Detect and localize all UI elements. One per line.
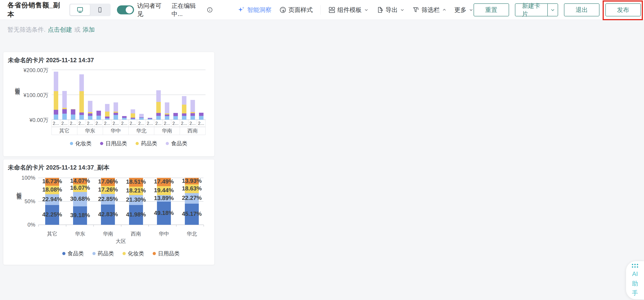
chart-card-2[interactable]: 未命名的卡片 2025-11-12 14:37_副本 100%50%0%销售金额… (3, 159, 214, 265)
legend-item-食品类[interactable]: 食品类 (62, 250, 84, 257)
bar-segment-日用品类[interactable] (139, 117, 144, 118)
bar-segment-化妆类[interactable] (182, 116, 186, 120)
bar-segment-日用品类[interactable] (80, 113, 84, 115)
bar-segment-日用品类[interactable] (173, 113, 178, 116)
bar-segment-药品类[interactable] (156, 102, 161, 113)
bar-segment-日用品类[interactable] (71, 109, 75, 114)
filter-bar-button[interactable]: 筛选栏 (412, 6, 447, 14)
new-card-button[interactable]: 新建卡片 (516, 4, 548, 16)
bar-segment-日用品类[interactable] (54, 110, 58, 115)
legend-item-日用品类[interactable]: 日用品类 (100, 140, 127, 147)
bar-segment-药品类[interactable] (71, 109, 75, 109)
bar-segment-药品类[interactable] (165, 113, 169, 114)
bar-segment-化妆类[interactable] (114, 115, 118, 120)
gridline (52, 70, 206, 70)
bar-segment-药品类[interactable] (190, 112, 195, 113)
bar-segment-化妆类[interactable] (156, 116, 161, 120)
legend-item-化妆类[interactable]: 化妆类 (122, 250, 144, 257)
more-label: 更多 (454, 6, 466, 14)
gridline (52, 95, 206, 95)
x-axis-label: 西南 (122, 230, 150, 237)
bar-segment-食品类[interactable] (139, 114, 144, 117)
bar-segment-日用品类[interactable] (165, 115, 169, 116)
bar-segment-药品类[interactable] (88, 112, 92, 114)
reset-button[interactable]: 重置 (474, 3, 509, 16)
bar-segment-日用品类[interactable] (122, 116, 126, 118)
bar-segment-日用品类[interactable] (148, 118, 152, 119)
bar-segment-药品类[interactable] (131, 113, 135, 118)
legend-item-药品类[interactable]: 药品类 (136, 140, 157, 147)
chart-card-1[interactable]: 未命名的卡片 2025-11-12 14:37 ¥200.00万¥100.00万… (3, 52, 214, 156)
bar-segment-日用品类[interactable] (199, 113, 204, 116)
bar-segment-化妆类[interactable] (54, 115, 58, 120)
bar-segment-日用品类[interactable] (105, 117, 110, 119)
palette-icon (279, 6, 286, 13)
bar-segment-化妆类[interactable] (122, 118, 126, 120)
bar-segment-日用品类[interactable] (114, 113, 118, 115)
bar-segment-食品类[interactable] (62, 91, 67, 108)
x-axis-cell-region: 华南 (154, 127, 180, 135)
bar-segment-化妆类[interactable] (173, 116, 178, 120)
legend-label: 药品类 (98, 250, 114, 257)
publish-button[interactable]: 发布 (605, 3, 641, 16)
bar-segment-化妆类[interactable] (96, 116, 101, 120)
bar-segment-日用品类[interactable] (88, 113, 92, 116)
y-axis-tick: ¥0.00万 (10, 117, 48, 124)
desktop-view-button[interactable] (70, 4, 90, 15)
x-axis-label: 其它 (38, 230, 66, 237)
bar-segment-药品类[interactable] (62, 108, 67, 109)
bar-segment-食品类[interactable] (165, 102, 169, 113)
bar-segment-药品类[interactable] (182, 105, 186, 113)
bar-segment-化妆类[interactable] (71, 115, 75, 120)
x-axis-tick-mark (38, 225, 39, 227)
device-segmented-control (69, 3, 111, 16)
x-axis-label: 华东 (66, 230, 94, 237)
add-filter-link[interactable]: 添加 (83, 26, 95, 34)
bar-segment-日用品类[interactable] (96, 111, 101, 116)
x-axis-tick-mark (176, 225, 176, 227)
export-button[interactable]: 导出 (376, 6, 405, 14)
bar-segment-日用品类[interactable] (131, 118, 135, 119)
legend-item-化妆类[interactable]: 化妆类 (70, 140, 92, 147)
more-button[interactable]: 更多 (454, 6, 474, 14)
bar-segment-食品类[interactable] (54, 72, 58, 91)
legend-item-药品类[interactable]: 药品类 (92, 250, 114, 257)
bar-segment-日用品类[interactable] (182, 113, 186, 116)
bar-segment-药品类[interactable] (80, 91, 84, 112)
component-template-button[interactable]: 组件模板 (328, 6, 369, 14)
bar-segment-食品类[interactable] (114, 102, 118, 112)
bar-segment-食品类[interactable] (88, 101, 92, 112)
bar-segment-日用品类[interactable] (156, 113, 161, 116)
create-filter-link[interactable]: 点击创建 (48, 26, 72, 34)
legend-label: 日用品类 (158, 250, 180, 257)
visitor-visible-toggle[interactable] (117, 5, 134, 14)
bar-segment-化妆类[interactable] (62, 114, 67, 120)
bar-segment-日用品类[interactable] (190, 113, 195, 116)
bar-segment-日用品类[interactable] (62, 109, 67, 114)
legend-item-日用品类[interactable]: 日用品类 (153, 250, 180, 257)
bar-segment-化妆类[interactable] (199, 116, 204, 120)
bar-segment-药品类[interactable] (105, 112, 110, 116)
bar-segment-食品类[interactable] (156, 90, 161, 102)
x-axis-tick-mark (66, 225, 66, 227)
page-style-button[interactable]: 页面样式 (279, 6, 313, 14)
bar-segment-化妆类[interactable] (165, 116, 169, 120)
ai-assistant-button[interactable]: AI 助 手 (626, 261, 644, 299)
bar-segment-食品类[interactable] (80, 74, 84, 91)
exit-button[interactable]: 退出 (564, 3, 600, 16)
bar-segment-化妆类[interactable] (139, 118, 144, 120)
bar-segment-化妆类[interactable] (88, 116, 92, 120)
mobile-view-button[interactable] (90, 4, 110, 15)
legend-item-食品类[interactable]: 食品类 (166, 140, 187, 147)
info-icon[interactable] (207, 7, 213, 13)
bar-segment-食品类[interactable] (131, 109, 135, 113)
bar-segment-食品类[interactable] (190, 100, 195, 112)
bar-segment-药品类[interactable] (54, 91, 58, 110)
bar-segment-食品类[interactable] (105, 104, 110, 112)
bar-segment-化妆类[interactable] (190, 116, 195, 120)
bar-segment-药品类[interactable] (114, 112, 118, 113)
bar-segment-化妆类[interactable] (80, 115, 84, 120)
bar-segment-食品类[interactable] (182, 96, 186, 105)
new-card-dropdown-button[interactable] (548, 4, 558, 16)
smart-insight-button[interactable]: 智能洞察 (238, 6, 272, 14)
